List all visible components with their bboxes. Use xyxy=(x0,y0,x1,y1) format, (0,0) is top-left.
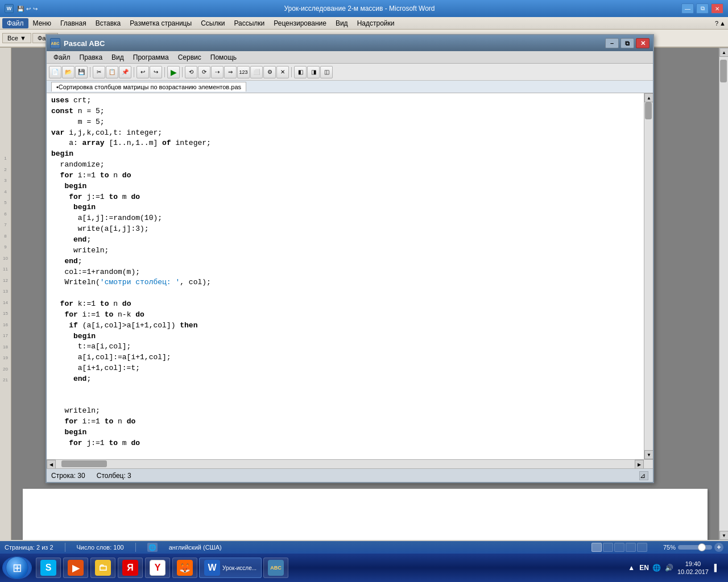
pascal-debug-btn1[interactable]: ⟲ xyxy=(185,66,197,78)
pascal-redo-btn[interactable]: ↪ xyxy=(150,66,162,78)
ruler-num-9: 9 xyxy=(4,242,6,253)
taskbar-app-yandex2[interactable]: Y xyxy=(145,558,170,578)
pascal-debug-btn7[interactable]: ⚙ xyxy=(263,66,276,78)
pascal-menu-edit[interactable]: Правка xyxy=(75,52,107,63)
view-outline-btn[interactable] xyxy=(626,543,636,552)
ruler-numbers: 1 2 3 4 5 6 7 8 9 10 11 12 13 14 15 16 1… xyxy=(0,51,11,386)
pascal-close-button[interactable]: ✕ xyxy=(636,38,650,48)
word-menu-mailings[interactable]: Рассылки xyxy=(229,18,269,28)
pascal-menu-program[interactable]: Программа xyxy=(129,52,173,63)
taskbar-app-skype[interactable]: S xyxy=(36,558,61,578)
pascal-menu-service[interactable]: Сервис xyxy=(173,52,206,63)
pascal-scroll-right[interactable]: ▶ xyxy=(635,460,644,469)
taskbar-app-pascal[interactable]: ABC xyxy=(263,558,288,578)
word-menu-menu[interactable]: Меню xyxy=(28,18,56,28)
ruler-num-7: 7 xyxy=(4,219,6,231)
taskbar-app-media[interactable]: ▶ xyxy=(63,558,88,578)
quick-access-icon3[interactable]: ↪ xyxy=(33,6,38,12)
word-maximize-button[interactable]: ⧉ xyxy=(696,3,709,14)
ruler-num-6: 6 xyxy=(4,209,6,220)
word-statusbar: Страница: 2 из 2 Число слов: 100 🌐 англи… xyxy=(0,541,728,554)
pascal-hscroll-thumb[interactable] xyxy=(61,460,107,467)
pascal-maximize-button[interactable]: ⧉ xyxy=(621,38,634,48)
pascal-scroll-thumb[interactable] xyxy=(645,102,652,119)
word-menu-insert[interactable]: Вставка xyxy=(91,18,126,28)
toolbar-sep1 xyxy=(90,67,90,77)
pascal-menu-file[interactable]: Файл xyxy=(49,52,75,63)
word-menu-view[interactable]: Вид xyxy=(331,18,353,28)
ruler-num-21: 21 xyxy=(3,375,8,386)
zoom-slider[interactable] xyxy=(678,545,712,550)
scroll-corner xyxy=(644,460,653,468)
pascal-logo-text: ABC xyxy=(51,41,59,45)
pascal-run-btn[interactable]: ▶ xyxy=(167,66,180,78)
quick-access-icon2[interactable]: ↩ xyxy=(26,6,31,12)
minimize-ribbon-icon[interactable]: ▲ xyxy=(719,20,726,27)
word-menu-refs[interactable]: Ссылки xyxy=(196,18,229,28)
word-menu-review[interactable]: Рецензирование xyxy=(269,18,331,28)
pascal-open-btn[interactable]: 📂 xyxy=(62,66,75,78)
pascal-copy-btn[interactable]: 📋 xyxy=(106,66,118,78)
pascal-taskbar-icon: ABC xyxy=(268,560,284,576)
pascal-titlebar: ABC Pascal ABC – ⧉ ✕ xyxy=(47,35,653,51)
pascal-menu-view[interactable]: Вид xyxy=(107,52,129,63)
scroll-thumb[interactable] xyxy=(720,60,727,82)
pascal-paste-btn[interactable]: 📌 xyxy=(119,66,131,78)
tray-expand-icon[interactable]: ▲ xyxy=(627,563,636,572)
show-desktop-btn[interactable]: ▌ xyxy=(712,563,721,572)
pascal-save-btn[interactable]: 💾 xyxy=(75,66,88,78)
pascal-tool-btn10[interactable]: ◨ xyxy=(307,66,320,78)
taskbar-app-yandex[interactable]: Я xyxy=(118,558,143,578)
word-menubar: Файл Меню Главная Вставка Разметка стран… xyxy=(0,17,728,30)
pascal-title-left: ABC Pascal ABC xyxy=(50,38,105,48)
help-icon[interactable]: ? xyxy=(715,20,718,27)
pascal-scroll-up[interactable]: ▲ xyxy=(644,93,653,102)
zoom-plus-btn[interactable]: + xyxy=(714,543,723,552)
start-button[interactable]: ⊞ xyxy=(2,556,32,579)
word-menu-layout[interactable]: Разметка страницы xyxy=(125,18,196,28)
taskbar-app-firefox[interactable]: 🦊 xyxy=(172,558,197,578)
pascal-cut-btn[interactable]: ✂ xyxy=(93,66,105,78)
zoom-slider-thumb[interactable] xyxy=(698,543,706,551)
view-web-btn[interactable] xyxy=(614,543,624,552)
pascal-minimize-button[interactable]: – xyxy=(605,38,619,48)
scroll-up-arrow[interactable]: ▲ xyxy=(719,48,728,57)
word-menu-home[interactable]: Главная xyxy=(56,18,91,28)
view-full-btn[interactable] xyxy=(603,543,613,552)
statusbar-resize-grip[interactable]: ⊿ xyxy=(639,471,648,480)
tray-speaker-icon[interactable]: 🔊 xyxy=(665,563,674,572)
quick-access-icon1[interactable]: 💾 xyxy=(17,6,24,12)
word-status-words: Число слов: 100 xyxy=(77,544,124,551)
pascal-debug-btn3[interactable]: ⇢ xyxy=(211,66,224,78)
pascal-undo-btn[interactable]: ↩ xyxy=(136,66,149,78)
pascal-logo: ABC xyxy=(50,38,60,48)
pascal-debug-btn8[interactable]: ✕ xyxy=(276,66,289,78)
pascal-toolbar: 📄 📂 💾 ✂ 📋 📌 ↩ ↪ ▶ ⟲ ⟳ ⇢ ⇒ 123 ⬜ ⚙ ✕ ◧ ◨ … xyxy=(47,64,653,81)
pascal-debug-btn2[interactable]: ⟳ xyxy=(198,66,210,78)
view-draft-btn[interactable] xyxy=(637,543,647,552)
pascal-scroll-down[interactable]: ▼ xyxy=(644,450,653,459)
pascal-debug-btn5[interactable]: 123 xyxy=(237,66,250,78)
word-menu-addins[interactable]: Надстройки xyxy=(353,18,399,28)
page-bottom xyxy=(23,489,708,540)
pascal-scroll-left[interactable]: ◀ xyxy=(47,460,56,469)
word-minimize-button[interactable]: — xyxy=(681,3,694,14)
pascal-active-tab[interactable]: •Сортировка столбцов матрицы по возраста… xyxy=(51,82,246,92)
scroll-down-arrow[interactable]: ▼ xyxy=(719,531,728,540)
pascal-tool-btn9[interactable]: ◧ xyxy=(294,66,307,78)
style-selector[interactable]: Все ▼ xyxy=(2,33,31,43)
pascal-new-btn[interactable]: 📄 xyxy=(49,66,61,78)
titlebar-controls: — ⧉ ✕ xyxy=(681,3,723,14)
word-close-button[interactable]: ✕ xyxy=(711,3,723,14)
pascal-code-editor[interactable]: uses crt; const n = 5; m = 5; var i,j,k,… xyxy=(47,93,644,459)
word-menu-file[interactable]: Файл xyxy=(2,18,28,28)
pascal-tool-btn11[interactable]: ◫ xyxy=(320,66,333,78)
pascal-menu-help[interactable]: Помощь xyxy=(206,52,241,63)
toolbar-sep3 xyxy=(164,67,165,77)
pascal-debug-btn4[interactable]: ⇒ xyxy=(224,66,237,78)
view-print-btn[interactable] xyxy=(592,543,602,552)
taskbar-app-word[interactable]: W Урок-иссле... xyxy=(199,558,262,578)
taskbar-app-explorer[interactable]: 🗀 xyxy=(90,558,115,578)
pascal-menubar: Файл Правка Вид Программа Сервис Помощь xyxy=(47,51,653,64)
pascal-debug-btn6[interactable]: ⬜ xyxy=(250,66,263,78)
